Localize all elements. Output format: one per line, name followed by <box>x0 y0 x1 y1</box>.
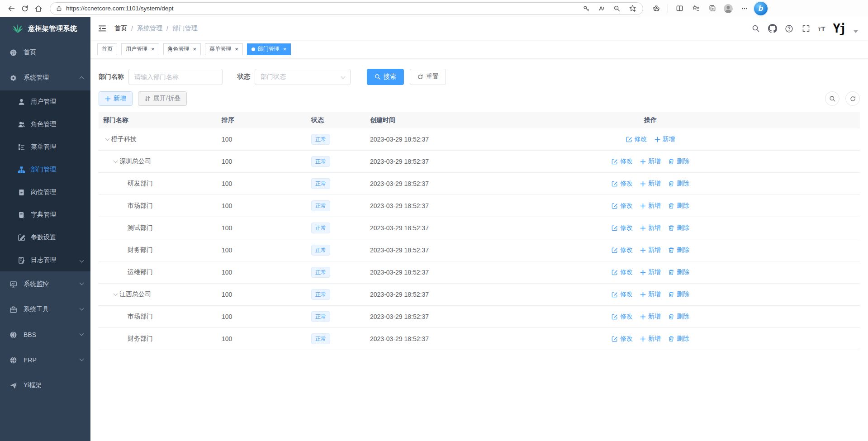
sidebar-item[interactable]: BBS <box>0 322 90 347</box>
sidebar-item-label: 首页 <box>24 48 36 57</box>
view-tab[interactable]: 部门管理× <box>247 43 291 55</box>
edit-action[interactable]: 修改 <box>612 246 633 254</box>
tree-expand-icon[interactable] <box>111 157 119 166</box>
tab-close-icon[interactable]: × <box>193 46 197 52</box>
expand-collapse-button[interactable]: 展开/折叠 <box>138 91 187 106</box>
add-action[interactable]: 新增 <box>640 157 661 166</box>
sidebar-item-label: 系统工具 <box>24 305 49 313</box>
favorite-add-icon[interactable] <box>626 2 639 15</box>
tab-close-icon[interactable]: × <box>283 46 287 52</box>
extensions-icon[interactable] <box>650 2 663 15</box>
lock-icon[interactable] <box>56 5 62 12</box>
view-tab[interactable]: 菜单管理× <box>205 43 243 55</box>
search-button[interactable]: 搜索 <box>367 69 404 85</box>
action-label: 删除 <box>677 313 689 321</box>
add-action[interactable]: 新增 <box>655 135 675 143</box>
view-tab[interactable]: 首页 <box>97 43 117 55</box>
zoom-out-icon[interactable] <box>610 2 624 15</box>
status-select[interactable]: 部门状态 <box>255 69 351 85</box>
font-size-icon[interactable]: TT <box>818 25 825 33</box>
sidebar-item-label: 系统监控 <box>24 280 49 288</box>
edit-action[interactable]: 修改 <box>612 268 633 276</box>
help-icon[interactable] <box>785 24 794 33</box>
status-badge: 正常 <box>311 333 330 344</box>
sidebar-item[interactable]: 日志管理 <box>0 249 90 271</box>
delete-action[interactable]: 删除 <box>668 335 689 343</box>
view-tab[interactable]: 用户管理× <box>121 43 159 55</box>
table-row: 财务部门100正常2023-03-29 18:52:37修改新增删除 <box>99 239 860 261</box>
browser-home-icon[interactable] <box>32 2 45 15</box>
log-icon <box>17 256 25 264</box>
header-search-icon[interactable] <box>751 24 760 33</box>
edit-action[interactable]: 修改 <box>612 202 633 210</box>
reset-button[interactable]: 重置 <box>410 69 446 85</box>
sidebar-collapse-icon[interactable] <box>97 24 107 33</box>
sidebar-item[interactable]: 字典管理 <box>0 204 90 226</box>
sidebar-item-label: 角色管理 <box>31 120 56 128</box>
profile-avatar-icon[interactable] <box>721 2 735 15</box>
add-action[interactable]: 新增 <box>640 268 661 276</box>
refresh-table-button[interactable] <box>845 91 860 106</box>
tree-expand-icon[interactable] <box>103 135 111 143</box>
delete-action[interactable]: 删除 <box>668 157 689 166</box>
edit-action[interactable]: 修改 <box>612 180 633 188</box>
favorites-bar-icon[interactable] <box>689 2 702 15</box>
sidebar-item[interactable]: 系统工具 <box>0 297 90 322</box>
sidebar-item[interactable]: 部门管理 <box>0 158 90 181</box>
sidebar-item[interactable]: 参数设置 <box>0 226 90 249</box>
sidebar-item[interactable]: 菜单管理 <box>0 136 90 158</box>
edit-action[interactable]: 修改 <box>612 224 633 232</box>
edit-action[interactable]: 修改 <box>626 135 647 143</box>
sidebar-item[interactable]: 岗位管理 <box>0 181 90 204</box>
delete-action[interactable]: 删除 <box>668 180 689 188</box>
add-button[interactable]: 新增 <box>99 91 133 106</box>
avatar-caret-icon[interactable] <box>854 30 858 33</box>
browser-back-icon[interactable] <box>5 2 18 15</box>
breadcrumb-item[interactable]: 首页 <box>114 24 127 33</box>
address-bar[interactable]: https://ccnetcore.com:1101/system/dept <box>50 2 643 15</box>
sidebar-item[interactable]: Yi框架 <box>0 373 90 398</box>
bing-chat-icon[interactable]: b <box>754 2 768 15</box>
user-avatar[interactable]: Yj <box>833 22 845 35</box>
delete-action[interactable]: 删除 <box>668 224 689 232</box>
edit-action[interactable]: 修改 <box>612 313 633 321</box>
sidebar-item[interactable]: 系统监控 <box>0 271 90 297</box>
dept-name-input[interactable] <box>128 69 223 85</box>
read-aloud-icon[interactable] <box>595 2 608 15</box>
add-action[interactable]: 新增 <box>640 313 661 321</box>
view-tab[interactable]: 角色管理× <box>163 43 201 55</box>
toggle-search-button[interactable] <box>825 91 840 106</box>
add-action[interactable]: 新增 <box>640 224 661 232</box>
add-action[interactable]: 新增 <box>640 290 661 299</box>
tab-close-icon[interactable]: × <box>235 46 238 52</box>
sidebar-item[interactable]: ERP <box>0 347 90 373</box>
add-action[interactable]: 新增 <box>640 246 661 254</box>
delete-action[interactable]: 删除 <box>668 246 689 254</box>
delete-action[interactable]: 删除 <box>668 202 689 210</box>
more-menu-icon[interactable] <box>738 2 751 15</box>
browser-refresh-icon[interactable] <box>18 2 32 15</box>
edit-action[interactable]: 修改 <box>612 335 633 343</box>
url-text[interactable]: https://ccnetcore.com:1101/system/dept <box>66 5 579 12</box>
delete-action[interactable]: 删除 <box>668 313 689 321</box>
add-action[interactable]: 新增 <box>640 202 661 210</box>
fullscreen-icon[interactable] <box>802 24 811 33</box>
trash-icon <box>668 225 674 231</box>
delete-action[interactable]: 删除 <box>668 268 689 276</box>
sidebar-item[interactable]: 首页 <box>0 40 90 65</box>
sidebar-item[interactable]: 角色管理 <box>0 113 90 136</box>
password-key-icon[interactable] <box>579 2 593 15</box>
tree-expand-icon[interactable] <box>111 290 119 299</box>
app-logo[interactable]: 意框架管理系统 <box>0 17 90 40</box>
add-action[interactable]: 新增 <box>640 335 661 343</box>
delete-action[interactable]: 删除 <box>668 290 689 299</box>
edit-action[interactable]: 修改 <box>612 290 633 299</box>
sidebar-item[interactable]: 用户管理 <box>0 90 90 113</box>
github-icon[interactable] <box>768 24 777 33</box>
split-screen-icon[interactable] <box>673 2 686 15</box>
tab-close-icon[interactable]: × <box>151 46 155 52</box>
collections-icon[interactable] <box>705 2 719 15</box>
edit-action[interactable]: 修改 <box>612 157 633 166</box>
sidebar-item[interactable]: 系统管理 <box>0 65 90 90</box>
add-action[interactable]: 新增 <box>640 180 661 188</box>
